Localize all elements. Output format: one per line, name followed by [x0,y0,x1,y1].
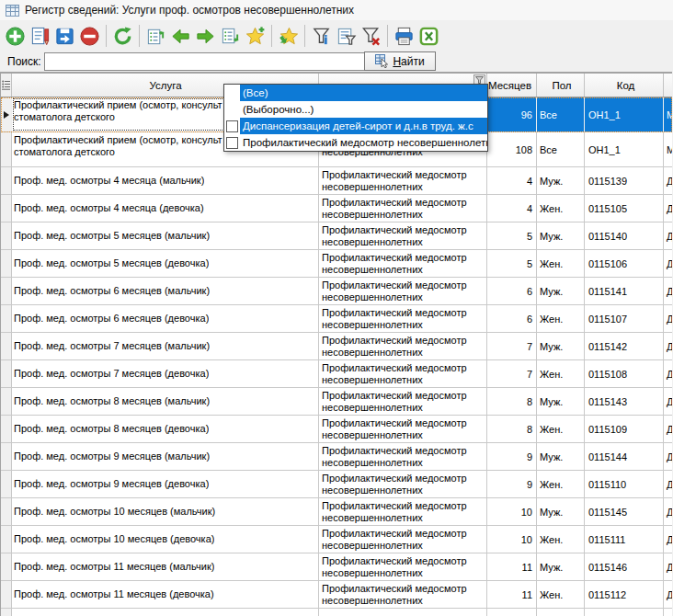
filter-dropdown-item[interactable]: (Все) [224,85,487,101]
cell-usluga[interactable]: Проф. мед. осмотры 7 месяцев (девочка) [12,360,319,387]
cell-pol[interactable]: Муж. [537,443,585,470]
row-indicator[interactable] [1,305,12,332]
table-row[interactable]: Проф. мед. осмотры 6 месяцев (мальчик)Пр… [1,278,672,305]
cell-extra[interactable]: Д [664,360,672,387]
table-row[interactable]: Проф. мед. осмотры 7 месяцев (девочка)Пр… [1,360,672,388]
cell-vid-osmotra[interactable]: Профилактический медосмотр несовершеннол… [319,222,487,249]
row-indicator[interactable] [1,443,12,470]
save-button[interactable] [52,24,77,49]
edit-button[interactable] [28,24,52,49]
cell-kod[interactable]: 0115111 [585,526,664,553]
row-indicator[interactable] [1,526,12,553]
column-header-mesyacev[interactable]: Месяцев [487,74,537,97]
filter-dropdown-item[interactable]: Диспансеризация детей-сирот и д.н.в труд… [224,118,487,134]
row-indicator[interactable] [1,278,12,304]
filter-dropdown-item[interactable]: Профилактический медосмотр несовершеннол… [224,134,487,151]
cell-extra[interactable]: М [664,132,672,166]
cell-usluga[interactable]: Проф. мед. осмотры 6 месяцев (мальчик) [12,278,319,304]
table-row-partial[interactable] [1,609,672,616]
cell-usluga[interactable]: Проф. мед. осмотры 9 месяцев (мальчик) [12,443,319,470]
cell-vid-osmotra[interactable]: Профилактический медосмотр несовершеннол… [319,278,487,304]
add-button[interactable] [3,24,28,49]
cell-kod[interactable]: 0115112 [585,581,664,608]
search-input[interactable] [44,52,366,71]
detail-prev-form-button[interactable] [143,24,168,49]
row-indicator[interactable] [1,553,12,580]
row-indicator[interactable] [1,360,12,387]
cell-vid-osmotra[interactable]: Профилактический медосмотр несовершеннол… [319,443,487,470]
cell-usluga[interactable]: Проф. мед. осмотры 11 месяцев (девочка) [12,581,319,608]
cell-pol[interactable]: Все [537,132,585,166]
cell-pol[interactable]: Все [537,97,585,131]
cell-vid-osmotra[interactable]: Профилактический медосмотр несовершеннол… [319,195,487,222]
cell-vid-osmotra[interactable]: Профилактический медосмотр несовершеннол… [319,388,487,415]
row-indicator[interactable] [1,498,12,525]
cell-extra[interactable]: Д [664,278,672,304]
delete-button[interactable] [77,24,102,49]
cell-pol[interactable]: Жен. [537,250,585,277]
cell-usluga[interactable]: Проф. мед. осмотры 8 месяцев (девочка) [12,416,319,442]
filter-item-checkbox[interactable] [226,137,238,149]
cell-kod[interactable]: 0115140 [585,222,664,249]
cell-kod[interactable]: ОН1_1 [585,132,664,166]
row-indicator[interactable] [1,250,12,277]
cell-mesyacev[interactable]: 10 [487,498,537,525]
column-header-extra[interactable] [664,74,672,97]
cell-kod[interactable]: 0115105 [585,195,664,222]
table-row[interactable]: Проф. мед. осмотры 10 месяцев (мальчик)П… [1,498,672,526]
cell-mesyacev[interactable]: 6 [487,305,537,332]
cell-mesyacev[interactable]: 5 [487,222,537,249]
cell-usluga[interactable]: Проф. мед. осмотры 5 месяцев (мальчик) [12,222,319,249]
cell-mesyacev[interactable]: 4 [487,195,537,222]
row-indicator[interactable] [1,333,12,359]
cell-mesyacev[interactable]: 4 [487,167,537,194]
cell-pol[interactable]: Муж. [537,222,585,249]
cell-extra[interactable]: Д [664,167,672,194]
cell-extra[interactable]: М [664,97,672,131]
cell-pol[interactable]: Жен. [537,416,585,442]
table-row[interactable]: Проф. мед. осмотры 5 месяцев (девочка)Пр… [1,250,672,278]
cell-kod[interactable]: 0115110 [585,471,664,497]
row-indicator[interactable] [1,195,12,222]
table-row[interactable]: Проф. мед. осмотры 8 месяцев (мальчик)Пр… [1,388,672,416]
cell-vid-osmotra[interactable]: Профилактический медосмотр несовершеннол… [319,250,487,277]
table-row[interactable]: Проф. мед. осмотры 10 месяцев (девочка)П… [1,526,672,553]
table-row[interactable]: Проф. мед. осмотры 9 месяцев (мальчик)Пр… [1,443,672,471]
table-row[interactable]: Проф. мед. осмотры 11 месяцев (мальчик)П… [1,553,672,581]
filter-custom-button[interactable] [334,24,359,49]
cell-kod[interactable]: 0115107 [585,305,664,332]
cell-pol[interactable]: Жен. [537,195,585,222]
cell-extra[interactable]: Д [664,333,672,359]
print-button[interactable] [392,24,416,49]
cell-extra[interactable]: Д [664,388,672,415]
cell-extra[interactable]: Д [664,526,672,553]
cell-kod[interactable]: ОН1_1 [585,97,664,131]
cell-extra[interactable]: Д [664,498,672,525]
cell-kod[interactable]: 0115106 [585,250,664,277]
filter-item-checkbox[interactable] [226,120,238,132]
table-row[interactable]: Проф. мед. осмотры 4 месяца (девочка)Про… [1,195,672,222]
cell-mesyacev[interactable]: 7 [487,333,537,359]
cell-extra[interactable]: Д [664,553,672,580]
cell-pol[interactable]: Жен. [537,305,585,332]
cell-kod[interactable]: 0115139 [585,167,664,194]
next-button[interactable] [193,24,218,49]
cell-kod[interactable]: 0115146 [585,553,664,580]
filter-dropdown-item[interactable]: (Выборочно...) [224,101,487,118]
cell-vid-osmotra[interactable]: Профилактический медосмотр несовершеннол… [319,581,487,608]
cell-pol[interactable]: Жен. [537,581,585,608]
filter-clear-button[interactable] [359,24,383,49]
indicator-header[interactable] [1,74,12,97]
cell-kod[interactable]: 0115141 [585,278,664,304]
table-row[interactable]: Проф. мед. осмотры 6 месяцев (девочка)Пр… [1,305,672,333]
cell-usluga[interactable]: Проф. мед. осмотры 4 месяца (мальчик) [12,167,319,194]
cell-pol[interactable]: Муж. [537,388,585,415]
cell-pol[interactable]: Муж. [537,278,585,304]
cell-extra[interactable]: Д [664,305,672,332]
export-excel-button[interactable] [416,24,441,49]
row-indicator[interactable] [1,132,12,166]
cell-kod[interactable]: 0115109 [585,416,664,442]
cell-kod[interactable]: 0115142 [585,333,664,359]
cell-vid-osmotra[interactable]: Профилактический медосмотр несовершеннол… [319,333,487,359]
cell-vid-osmotra[interactable]: Профилактический медосмотр несовершеннол… [319,526,487,553]
